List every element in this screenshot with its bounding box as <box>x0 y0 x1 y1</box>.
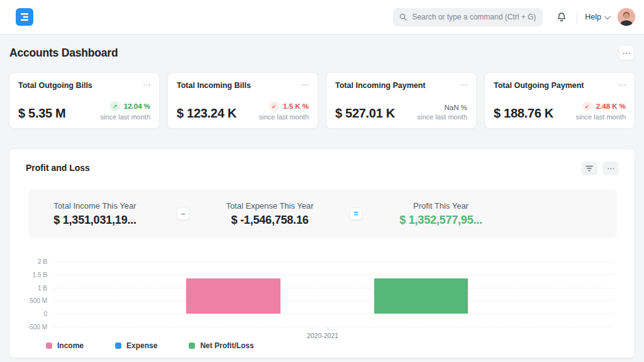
ellipsis-icon: ⋯ <box>607 165 614 172</box>
user-avatar[interactable] <box>618 8 635 26</box>
y-tick-label: -500 M <box>9 324 47 331</box>
stat-cards-row: Total Outgoing Bills ⋯ $ 5.35 M ↗ 12.04 … <box>9 72 635 129</box>
trend-down-icon: ↙ <box>582 101 592 111</box>
delta-badge: NaN % <box>418 104 467 111</box>
trend-down-icon: ↙ <box>269 101 279 111</box>
stat-card-total-incoming-payment: Total Incoming Payment ⋯ $ 527.01 K NaN … <box>326 72 477 129</box>
summary-total-expense: Total Expense This Year $ -1,546,758.16 <box>226 201 313 227</box>
app-window: Help Accounts Dashboard ⋯ Total Outgoing… <box>0 0 644 362</box>
y-tick-label: 1 B <box>9 285 47 292</box>
delta-value: NaN % <box>445 104 467 111</box>
plot-area: 2 B 1.5 B 1 B 500 M 0 -500 M <box>9 261 636 327</box>
delta-badge: ↙ 2.48 K % <box>576 101 626 111</box>
legend-item-expense[interactable]: Expense <box>115 341 157 350</box>
chart-actions: ⋯ <box>581 162 619 175</box>
chart-title: Profit and Loss <box>26 163 90 173</box>
erpnext-logo[interactable] <box>16 8 33 26</box>
page-header: Accounts Dashboard ⋯ <box>0 35 644 71</box>
card-menu-icon[interactable]: ⋯ <box>460 81 467 89</box>
delta-value: 12.04 % <box>124 102 150 110</box>
logo-glyph <box>20 13 29 21</box>
global-search <box>393 8 543 26</box>
navbar-right-group: Help <box>393 8 635 26</box>
notifications-bell-icon[interactable] <box>554 9 569 25</box>
y-tick-label: 1.5 B <box>9 272 47 278</box>
card-title: Total Outgoing Payment <box>494 81 584 90</box>
chevron-down-icon <box>604 13 611 19</box>
card-value: $ 123.24 K <box>177 106 236 121</box>
card-menu-icon[interactable]: ⋯ <box>143 81 150 89</box>
delta-badge: ↗ 12.04 % <box>101 101 150 111</box>
delta-badge: ↙ 1.5 K % <box>259 101 309 111</box>
card-menu-icon[interactable]: ⋯ <box>618 81 626 89</box>
gridline <box>53 314 614 314</box>
ellipsis-icon: ⋯ <box>623 49 631 57</box>
card-title: Total Incoming Bills <box>177 81 251 90</box>
filter-button[interactable] <box>581 162 597 175</box>
page-title: Accounts Dashboard <box>9 47 118 60</box>
card-value: $ 527.01 K <box>335 106 395 121</box>
income-swatch-icon <box>46 343 52 349</box>
gridline <box>53 327 614 327</box>
gridline <box>53 300 614 301</box>
stat-card-total-incoming-bills: Total Incoming Bills ⋯ $ 123.24 K ↙ 1.5 … <box>167 72 318 129</box>
bar-net-profit-loss[interactable] <box>374 278 468 314</box>
legend-item-net-profit-loss[interactable]: Net Profit/Loss <box>189 341 253 350</box>
search-input[interactable] <box>393 8 543 26</box>
x-axis-tick <box>328 327 328 329</box>
delta-caption: since last month <box>576 113 626 121</box>
gridline <box>53 288 614 288</box>
filter-icon <box>586 165 593 172</box>
chart-menu-button[interactable]: ⋯ <box>602 162 619 175</box>
delta-caption: since last month <box>418 113 467 121</box>
y-tick-label: 0 <box>9 310 47 317</box>
top-navbar: Help <box>0 0 644 35</box>
card-title: Total Outgoing Bills <box>18 81 92 90</box>
summary-profit: Profit This Year $ 1,352,577,95... <box>399 201 482 227</box>
x-axis-label: 2020-2021 <box>9 332 636 339</box>
search-icon <box>399 13 407 21</box>
gridline <box>53 261 614 262</box>
chart-legend: Income Expense Net Profit/Loss <box>46 341 254 350</box>
stat-card-total-outgoing-bills: Total Outgoing Bills ⋯ $ 5.35 M ↗ 12.04 … <box>9 72 160 129</box>
delta-value: 1.5 K % <box>283 102 309 110</box>
gridline <box>53 275 614 275</box>
minus-operator-icon: – <box>177 207 189 220</box>
help-menu[interactable]: Help <box>585 13 609 21</box>
chart-summary-band: Total Income This Year $ 1,351,031,19...… <box>28 189 617 238</box>
card-menu-icon[interactable]: ⋯ <box>301 81 309 89</box>
y-tick-label: 2 B <box>9 258 47 265</box>
delta-caption: since last month <box>101 113 150 121</box>
legend-item-income[interactable]: Income <box>46 341 84 350</box>
bar-income[interactable] <box>186 278 280 314</box>
equals-operator-icon: = <box>350 207 362 220</box>
profit-and-loss-card: Profit and Loss ⋯ Total Income This Year… <box>9 148 635 358</box>
net-profit-loss-swatch-icon <box>189 343 195 349</box>
stat-card-total-outgoing-payment: Total Outgoing Payment ⋯ $ 188.76 K ↙ 2.… <box>484 72 635 129</box>
avatar-photo <box>618 8 635 26</box>
summary-total-income: Total Income This Year $ 1,351,031,19... <box>53 201 136 227</box>
navbar-divider <box>577 10 577 24</box>
card-value: $ 188.76 K <box>494 106 553 121</box>
delta-value: 2.48 K % <box>596 102 626 110</box>
card-title: Total Incoming Payment <box>335 81 426 90</box>
help-label: Help <box>585 13 601 21</box>
expense-swatch-icon <box>115 343 121 349</box>
trend-up-icon: ↗ <box>110 101 120 111</box>
delta-caption: since last month <box>259 113 309 121</box>
card-value: $ 5.35 M <box>18 106 65 121</box>
page-menu-button[interactable]: ⋯ <box>618 45 635 60</box>
y-tick-label: 500 M <box>9 297 47 304</box>
